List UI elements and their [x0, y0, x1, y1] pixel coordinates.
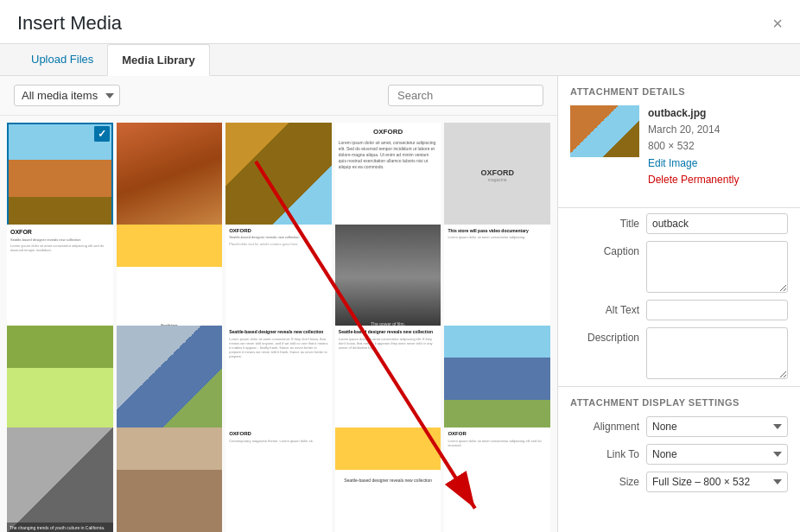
- size-select[interactable]: Thumbnail – 150 × 150 Medium – 300 × 187…: [646, 472, 788, 492]
- caption-label: Caption: [570, 241, 639, 257]
- tab-upload[interactable]: Upload Files: [17, 44, 107, 76]
- media-toolbar: All media items Images Audio Video Docum…: [0, 76, 557, 116]
- media-item[interactable]: The changing trends of youth culture in …: [7, 428, 113, 533]
- alignment-row: Alignment None Left Center Right: [570, 416, 788, 437]
- display-settings-title: ATTACHMENT DISPLAY SETTINGS: [570, 397, 788, 408]
- media-item[interactable]: This store will pass video documentary L…: [444, 225, 550, 331]
- caption-row: Caption: [558, 241, 800, 293]
- media-item[interactable]: Seattle-based designer reveals new colle…: [225, 326, 332, 432]
- details-panel: ATTACHMENT DETAILS outback.jpg March 20,…: [558, 76, 800, 532]
- media-item[interactable]: Seattle-based designer reveals new colle…: [335, 326, 441, 432]
- media-item[interactable]: OXFOR Lorem ipsum dolor sit amet consect…: [444, 428, 550, 533]
- media-item[interactable]: OXFORD Seattle-based designer reveals ne…: [225, 225, 332, 331]
- link-to-select[interactable]: None Media File Attachment Page Custom U…: [646, 444, 788, 465]
- modal-body: All media items Images Audio Video Docum…: [0, 76, 800, 532]
- edit-image-link[interactable]: Edit Image: [648, 155, 739, 172]
- media-item[interactable]: OXFORD Contemporary magazine theme. Lore…: [225, 428, 332, 533]
- alt-text-label: Alt Text: [570, 300, 639, 316]
- media-item[interactable]: [444, 326, 550, 432]
- media-area: All media items Images Audio Video Docum…: [0, 76, 558, 532]
- description-input[interactable]: [646, 327, 788, 379]
- detail-thumb-row: outback.jpg March 20, 2014 800 × 532 Edi…: [570, 105, 788, 188]
- media-item[interactable]: [117, 326, 223, 432]
- media-filter-select[interactable]: All media items Images Audio Video Docum…: [14, 85, 120, 106]
- size-row: Size Thumbnail – 150 × 150 Medium – 300 …: [570, 472, 788, 492]
- alignment-select[interactable]: None Left Center Right: [646, 416, 788, 437]
- modal-title: Insert Media: [17, 12, 122, 35]
- link-to-row: Link To None Media File Attachment Page …: [570, 444, 788, 465]
- title-input[interactable]: [646, 213, 788, 234]
- attachment-filename: outback.jpg: [648, 105, 739, 122]
- search-input[interactable]: [388, 85, 543, 106]
- caption-input[interactable]: [646, 241, 788, 293]
- attachment-details-title: ATTACHMENT DETAILS: [570, 86, 788, 97]
- media-item[interactable]: OXFOR Seattle-based designer reveals new…: [7, 225, 113, 331]
- insert-media-modal: Insert Media × Upload Files Media Librar…: [0, 0, 800, 532]
- media-item[interactable]: ✓: [7, 123, 113, 229]
- tab-media-library[interactable]: Media Library: [107, 44, 210, 76]
- attachment-form: Title Caption Alt Text Description: [558, 208, 800, 386]
- attachment-info: outback.jpg March 20, 2014 800 × 532 Edi…: [648, 105, 739, 188]
- modal-header: Insert Media ×: [0, 0, 800, 44]
- media-item[interactable]: Seattle-based designer reveals new colle…: [335, 428, 441, 533]
- size-label: Size: [570, 476, 639, 488]
- media-item[interactable]: [225, 123, 332, 229]
- media-item[interactable]: [7, 326, 113, 432]
- attachment-date: March 20, 2014: [648, 122, 739, 138]
- attachment-thumbnail: [570, 105, 639, 157]
- attachment-dimensions: 800 × 532: [648, 138, 739, 155]
- description-row: Description: [558, 327, 800, 379]
- media-item[interactable]: fashion: [117, 225, 223, 331]
- media-grid: ✓ OXFORD Lorem ipsum dolor sit amet, con…: [0, 116, 557, 532]
- alt-text-input[interactable]: [646, 300, 788, 320]
- title-row: Title: [558, 213, 800, 234]
- display-settings-section: ATTACHMENT DISPLAY SETTINGS Alignment No…: [558, 386, 800, 510]
- tabs-bar: Upload Files Media Library: [0, 44, 800, 76]
- media-item[interactable]: [117, 428, 223, 533]
- delete-permanently-link[interactable]: Delete Permanently: [648, 172, 739, 188]
- media-item[interactable]: The power of film.: [335, 225, 441, 331]
- attachment-details-section: ATTACHMENT DETAILS outback.jpg March 20,…: [558, 76, 800, 208]
- media-item[interactable]: OXFORD Lorem ipsum dolor sit amet, conse…: [335, 123, 441, 229]
- media-item[interactable]: OXFORD magazine: [444, 123, 550, 229]
- alt-text-row: Alt Text: [558, 300, 800, 320]
- description-label: Description: [570, 327, 639, 344]
- media-item[interactable]: [117, 123, 223, 229]
- title-label: Title: [570, 213, 639, 230]
- alignment-label: Alignment: [570, 421, 639, 433]
- close-button[interactable]: ×: [772, 15, 783, 32]
- link-to-label: Link To: [570, 448, 639, 460]
